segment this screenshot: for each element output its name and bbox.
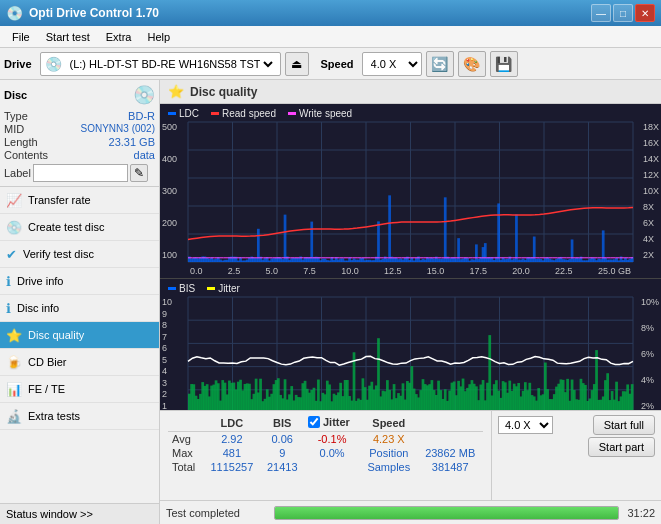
avg-speed: 4.23 X bbox=[360, 432, 417, 447]
chart1-svg bbox=[160, 104, 661, 278]
app-icon: 💿 bbox=[6, 5, 23, 21]
close-button[interactable]: ✕ bbox=[635, 4, 655, 22]
title-bar: 💿 Opti Drive Control 1.70 — □ ✕ bbox=[0, 0, 661, 26]
chart1-legend: LDC Read speed Write speed bbox=[168, 108, 352, 119]
col-ldc-header: LDC bbox=[203, 415, 260, 432]
sidebar-item-verify-test-disc[interactable]: ✔ Verify test disc bbox=[0, 241, 159, 268]
bis-legend-label: BIS bbox=[179, 283, 195, 294]
save-button[interactable]: 💾 bbox=[490, 51, 518, 77]
menu-help[interactable]: Help bbox=[139, 29, 178, 45]
table-row-avg: Avg 2.92 0.06 -0.1% 4.23 X bbox=[168, 432, 483, 447]
chart2-svg bbox=[160, 279, 661, 410]
jitter-label: Jitter bbox=[323, 416, 350, 428]
svg-rect-157 bbox=[497, 203, 500, 262]
sidebar-item-cd-bier[interactable]: 🍺 CD Bier bbox=[0, 349, 159, 376]
length-label: Length bbox=[4, 136, 38, 148]
nav-label-disc-info: Disc info bbox=[17, 302, 59, 314]
length-value: 23.31 GB bbox=[109, 136, 155, 148]
sidebar-item-disc-info[interactable]: ℹ Disc info bbox=[0, 295, 159, 322]
svg-rect-204 bbox=[602, 230, 605, 262]
right-content: ⭐ Disc quality LDC Read speed bbox=[160, 80, 661, 524]
mid-value: SONYNN3 (002) bbox=[81, 123, 155, 135]
chart1-y-axis-right: 18X 16X 14X 12X 10X 8X 6X 4X 2X bbox=[643, 122, 659, 260]
write-speed-legend-dot bbox=[288, 112, 296, 115]
refresh-button[interactable]: 🔄 bbox=[426, 51, 454, 77]
write-speed-legend-label: Write speed bbox=[299, 108, 352, 119]
total-bis: 21413 bbox=[260, 460, 303, 474]
sidebar-item-transfer-rate[interactable]: 📈 Transfer rate bbox=[0, 187, 159, 214]
panel-title: Disc quality bbox=[190, 85, 257, 99]
color-button[interactable]: 🎨 bbox=[458, 51, 486, 77]
disc-quality-icon: ⭐ bbox=[6, 328, 22, 343]
chart1-y-axis-left: 500 400 300 200 100 bbox=[162, 122, 177, 260]
avg-empty bbox=[417, 432, 483, 447]
start-part-button[interactable]: Start part bbox=[588, 437, 655, 457]
create-test-disc-icon: 💿 bbox=[6, 220, 22, 235]
drive-selector[interactable]: 💿 (L:) HL-DT-ST BD-RE WH16NS58 TST4 bbox=[40, 52, 281, 76]
table-row-max: Max 481 9 0.0% Position 23862 MB bbox=[168, 446, 483, 460]
sidebar-item-fe-te[interactable]: 📊 FE / TE bbox=[0, 376, 159, 403]
drive-icon: 💿 bbox=[45, 56, 62, 72]
label-label: Label bbox=[4, 167, 31, 179]
speed-select[interactable]: 4.0 X bbox=[362, 52, 422, 76]
total-label: Total bbox=[168, 460, 203, 474]
sidebar-item-create-test-disc[interactable]: 💿 Create test disc bbox=[0, 214, 159, 241]
status-window-label: Status window >> bbox=[6, 508, 93, 520]
status-window-button[interactable]: Status window >> bbox=[0, 503, 159, 524]
sidebar-nav: 📈 Transfer rate 💿 Create test disc ✔ Ver… bbox=[0, 187, 159, 503]
minimize-button[interactable]: — bbox=[591, 4, 611, 22]
toolbar: Drive 💿 (L:) HL-DT-ST BD-RE WH16NS58 TST… bbox=[0, 48, 661, 80]
drive-info-icon: ℹ bbox=[6, 274, 11, 289]
nav-label-drive-info: Drive info bbox=[17, 275, 63, 287]
label-input[interactable] bbox=[33, 164, 128, 182]
chart2-legend: BIS Jitter bbox=[168, 283, 240, 294]
total-samples-val: 381487 bbox=[417, 460, 483, 474]
stats-table: LDC BIS Jitter Speed bbox=[160, 411, 491, 500]
read-speed-legend-dot bbox=[211, 112, 219, 115]
drive-label: Drive bbox=[4, 58, 32, 70]
total-ldc: 1115257 bbox=[203, 460, 260, 474]
eject-button[interactable]: ⏏ bbox=[285, 52, 309, 76]
verify-test-disc-icon: ✔ bbox=[6, 247, 17, 262]
charts-area: LDC Read speed Write speed 18X 16X 14X bbox=[160, 104, 661, 410]
drive-dropdown[interactable]: (L:) HL-DT-ST BD-RE WH16NS58 TST4 bbox=[66, 57, 276, 71]
menu-extra[interactable]: Extra bbox=[98, 29, 140, 45]
panel-header: ⭐ Disc quality bbox=[160, 80, 661, 104]
sidebar-item-extra-tests[interactable]: 🔬 Extra tests bbox=[0, 403, 159, 430]
disc-image-icon: 💿 bbox=[133, 84, 155, 106]
total-samples-label: Samples bbox=[360, 460, 417, 474]
jitter-legend-dot bbox=[207, 287, 215, 290]
sidebar: Disc 💿 Type BD-R MID SONYNN3 (002) Lengt… bbox=[0, 80, 160, 524]
jitter-checkbox[interactable] bbox=[308, 416, 320, 428]
max-position-val: 23862 MB bbox=[417, 446, 483, 460]
contents-value: data bbox=[134, 149, 155, 161]
col-bis-header: BIS bbox=[260, 415, 303, 432]
sidebar-item-disc-quality[interactable]: ⭐ Disc quality bbox=[0, 322, 159, 349]
max-position-label: Position bbox=[360, 446, 417, 460]
menu-start-test[interactable]: Start test bbox=[38, 29, 98, 45]
stats-area: LDC BIS Jitter Speed bbox=[160, 410, 661, 500]
bis-legend-dot bbox=[168, 287, 176, 290]
speed-dropdown[interactable]: 4.0 X bbox=[498, 416, 553, 434]
ldc-legend-dot bbox=[168, 112, 176, 115]
menu-file[interactable]: File bbox=[4, 29, 38, 45]
mid-label: MID bbox=[4, 123, 24, 135]
main-content: Disc 💿 Type BD-R MID SONYNN3 (002) Lengt… bbox=[0, 80, 661, 524]
label-edit-button[interactable]: ✎ bbox=[130, 164, 148, 182]
total-jitter bbox=[304, 460, 360, 474]
progress-bar bbox=[274, 506, 619, 520]
start-full-button[interactable]: Start full bbox=[593, 415, 655, 435]
maximize-button[interactable]: □ bbox=[613, 4, 633, 22]
extra-tests-icon: 🔬 bbox=[6, 409, 22, 424]
svg-rect-435 bbox=[631, 384, 634, 410]
nav-label-verify-test-disc: Verify test disc bbox=[23, 248, 94, 260]
max-label: Max bbox=[168, 446, 203, 460]
nav-label-extra-tests: Extra tests bbox=[28, 410, 80, 422]
nav-label-create-test-disc: Create test disc bbox=[28, 221, 104, 233]
nav-label-cd-bier: CD Bier bbox=[28, 356, 67, 368]
fe-te-icon: 📊 bbox=[6, 382, 22, 397]
col-label-header bbox=[168, 415, 203, 432]
avg-ldc: 2.92 bbox=[203, 432, 260, 447]
sidebar-item-drive-info[interactable]: ℹ Drive info bbox=[0, 268, 159, 295]
svg-rect-133 bbox=[444, 197, 447, 262]
